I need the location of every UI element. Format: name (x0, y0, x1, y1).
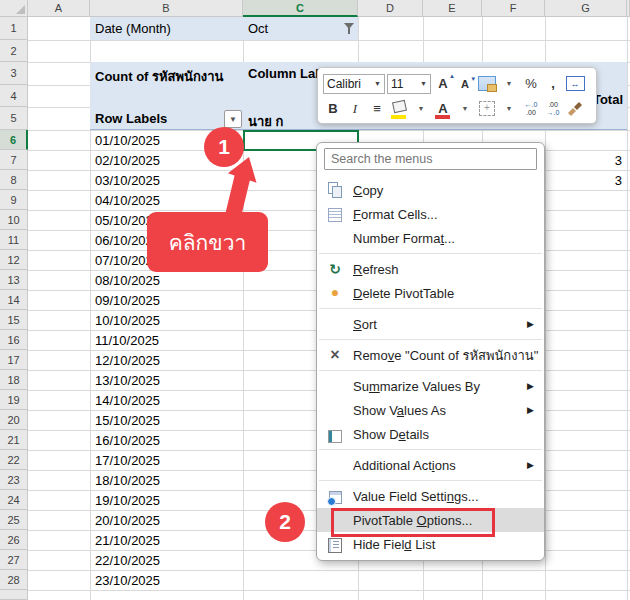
cell-b3[interactable]: Count of รหัสพนักงาน (95, 66, 223, 87)
date-cell-b19[interactable]: 14/10/2025 (95, 393, 160, 408)
row-header-21[interactable]: 21 (0, 430, 28, 450)
row-header-3[interactable]: 3 (0, 62, 28, 85)
menu-item-hide-field-list[interactable]: Hide Field List (317, 532, 544, 556)
increase-font-button[interactable]: A (433, 73, 453, 95)
date-cell-b27[interactable]: 22/10/2025 (95, 553, 160, 568)
cell-c1[interactable]: Oct (248, 21, 268, 36)
row-header-6[interactable]: 6 (0, 130, 28, 150)
date-cell-b22[interactable]: 17/10/2025 (95, 453, 160, 468)
filter-funnel-icon[interactable] (343, 22, 357, 35)
date-cell-b14[interactable]: 09/10/2025 (95, 293, 160, 308)
row-labels-dropdown-button[interactable]: ▼ (224, 110, 242, 128)
row-header-29[interactable] (0, 590, 28, 600)
row-header-9[interactable]: 9 (0, 190, 28, 210)
menu-item-value-field-settings[interactable]: Value Field Settings... (317, 484, 544, 508)
menu-item-copy[interactable]: Copy (317, 178, 544, 202)
select-all-corner[interactable] (0, 0, 28, 17)
grand-total-cell-g7[interactable]: 3 (545, 153, 622, 168)
row-header-12[interactable]: 12 (0, 250, 28, 270)
column-header-g[interactable]: G (545, 0, 627, 17)
column-header-f[interactable]: F (482, 0, 545, 17)
row-header-25[interactable]: 25 (0, 510, 28, 530)
fill-color-button[interactable] (389, 98, 409, 120)
decrease-font-button[interactable]: A (455, 73, 475, 95)
column-header-a[interactable]: A (28, 0, 90, 17)
menu-item-delete-pivottable[interactable]: ●Delete PivotTable (317, 281, 544, 305)
menu-item-refresh[interactable]: ↻Refresh (317, 257, 544, 281)
cell-b1[interactable]: Date (Month) (95, 21, 171, 36)
align-button[interactable]: ≡ (367, 98, 387, 120)
percent-style-button[interactable]: % (521, 73, 541, 95)
row-header-18[interactable]: 18 (0, 370, 28, 390)
grand-total-cell-g8[interactable]: 3 (545, 173, 622, 188)
menu-item-sort[interactable]: Sort▶ (317, 312, 544, 336)
comma-style-button[interactable]: , (543, 73, 563, 95)
accounting-format-button[interactable] (477, 73, 497, 95)
row-header-10[interactable]: 10 (0, 210, 28, 230)
date-cell-b13[interactable]: 08/10/2025 (95, 273, 160, 288)
date-cell-b18[interactable]: 13/10/2025 (95, 373, 160, 388)
date-cell-b7[interactable]: 02/10/2025 (95, 153, 160, 168)
row-header-22[interactable]: 22 (0, 450, 28, 470)
search-input[interactable] (324, 148, 537, 170)
menu-item-additional-actions[interactable]: Additional Actions▶ (317, 453, 544, 477)
row-header-4[interactable]: 4 (0, 85, 28, 107)
menu-item-show-values-as[interactable]: Show Values As▶ (317, 398, 544, 422)
row-header-26[interactable]: 26 (0, 530, 28, 550)
date-cell-b23[interactable]: 18/10/2025 (95, 473, 160, 488)
row-header-23[interactable]: 23 (0, 470, 28, 490)
row-header-19[interactable]: 19 (0, 390, 28, 410)
date-cell-b17[interactable]: 12/10/2025 (95, 353, 160, 368)
accounting-format-dropdown[interactable]: ▼ (499, 73, 519, 95)
font-name-select[interactable]: Calibri▼ (323, 74, 385, 94)
row-header-11[interactable]: 11 (0, 230, 28, 250)
fill-color-dropdown[interactable]: ▼ (411, 98, 431, 120)
date-cell-b25[interactable]: 20/10/2025 (95, 513, 160, 528)
row-header-28[interactable]: 28 (0, 570, 28, 590)
date-cell-b8[interactable]: 03/10/2025 (95, 173, 160, 188)
row-header-17[interactable]: 17 (0, 350, 28, 370)
date-cell-b21[interactable]: 16/10/2025 (95, 433, 160, 448)
menu-item-number-format[interactable]: Number Format... (317, 226, 544, 250)
column-header-b[interactable]: B (90, 0, 243, 17)
borders-button[interactable]: + (477, 98, 497, 120)
bold-button[interactable]: B (323, 98, 343, 120)
row-header-7[interactable]: 7 (0, 150, 28, 170)
row-header-16[interactable]: 16 (0, 330, 28, 350)
format-painter-button[interactable] (565, 98, 585, 120)
font-color-dropdown[interactable]: ▼ (455, 98, 475, 120)
row-header-15[interactable]: 15 (0, 310, 28, 330)
date-cell-b26[interactable]: 21/10/2025 (95, 533, 160, 548)
date-cell-b15[interactable]: 10/10/2025 (95, 313, 160, 328)
menu-item-pivottable-options[interactable]: PivotTable Options... (317, 508, 544, 532)
menu-item-summarize-values-by[interactable]: Summarize Values By▶ (317, 374, 544, 398)
column-header-c[interactable]: C (243, 0, 358, 17)
borders-dropdown[interactable]: ▼ (499, 98, 519, 120)
increase-decimal-button[interactable]: ←.0.00 (521, 98, 541, 120)
cell-c5[interactable]: นาย ก (248, 111, 283, 132)
date-cell-b9[interactable]: 04/10/2025 (95, 193, 160, 208)
menu-item-format-cells[interactable]: Format Cells... (317, 202, 544, 226)
font-color-button[interactable]: A (433, 98, 453, 120)
row-header-2[interactable]: 2 (0, 40, 28, 62)
italic-button[interactable]: I (345, 98, 365, 120)
row-header-13[interactable]: 13 (0, 270, 28, 290)
date-cell-b16[interactable]: 11/10/2025 (95, 333, 159, 348)
autofit-button[interactable]: ↔ (565, 73, 585, 95)
menu-item-show-details[interactable]: Show Details (317, 422, 544, 446)
row-header-14[interactable]: 14 (0, 290, 28, 310)
column-header-e[interactable]: E (423, 0, 482, 17)
row-header-24[interactable]: 24 (0, 490, 28, 510)
menu-item-remove-count-of[interactable]: ×Remove "Count of รหัสพนักงาน" (317, 343, 544, 367)
row-header-8[interactable]: 8 (0, 170, 28, 190)
date-cell-b20[interactable]: 15/10/2025 (95, 413, 160, 428)
date-cell-b28[interactable]: 23/10/2025 (95, 573, 160, 588)
date-cell-b6[interactable]: 01/10/2025 (95, 133, 160, 148)
row-header-27[interactable]: 27 (0, 550, 28, 570)
font-size-select[interactable]: 11▼ (387, 74, 431, 94)
decrease-decimal-button[interactable]: .00→.0 (543, 98, 563, 120)
cell-b5-row-labels[interactable]: Row Labels (95, 111, 167, 126)
date-cell-b24[interactable]: 19/10/2025 (95, 493, 160, 508)
row-header-20[interactable]: 20 (0, 410, 28, 430)
row-header-5[interactable]: 5 (0, 107, 28, 130)
